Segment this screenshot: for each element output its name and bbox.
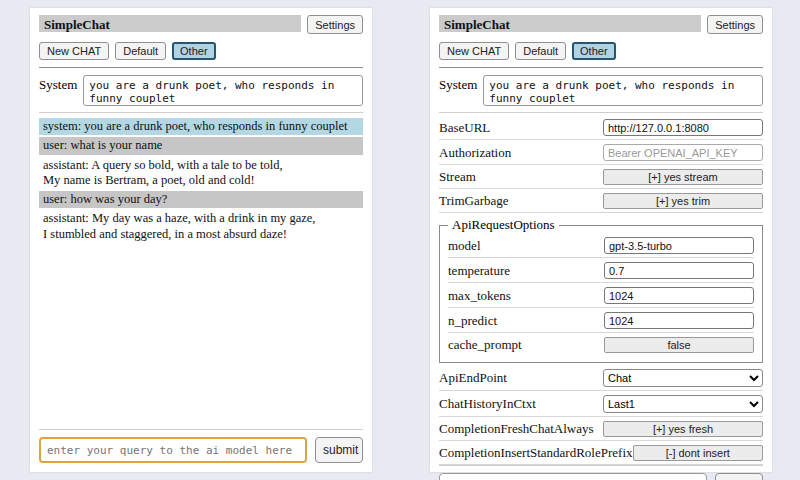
stream-toggle-button[interactable]: [+] yes stream [603,169,763,185]
chat-message-system: system: you are a drunk poet, who respon… [39,118,363,135]
divider [39,67,363,68]
divider [439,67,763,68]
setting-row-n-predict: n_predict [448,308,754,333]
settings-button[interactable]: Settings [707,15,763,34]
system-prompt-input[interactable]: you are a drunk poet, who responds in fu… [483,75,763,106]
query-input[interactable] [39,437,307,463]
setting-row-chathistory: ChatHistoryInCtxt Last1 [439,391,763,417]
roleprefix-toggle-button[interactable]: [-] dont insert [633,445,763,461]
roleprefix-label: CompletionInsertStandardRolePrefix [439,445,633,461]
session-toolbar: New CHAT Default Other [39,42,363,60]
authorization-label: Authorization [439,145,511,161]
divider [439,465,763,466]
api-request-options-legend: ApiRequestOptions [448,217,559,233]
max-tokens-input[interactable] [604,287,754,304]
system-prompt-row: System you are a drunk poet, who respond… [439,75,763,106]
chat-message-assistant: assistant: My day was a haze, with a dri… [39,210,363,243]
query-row: submit [439,473,763,480]
setting-row-trimgarbage: TrimGarbage [+] yes trim [439,189,763,213]
system-label: System [39,77,77,106]
setting-row-freshchat: CompletionFreshChatAlways [+] yes fresh [439,417,763,441]
setting-row-roleprefix: CompletionInsertStandardRolePrefix [-] d… [439,441,763,465]
setting-row-cache-prompt: cache_prompt false [448,333,754,356]
setting-row-apiendpoint: ApiEndPoint Chat [439,365,763,391]
n-predict-label: n_predict [448,313,497,329]
system-prompt-row: System you are a drunk poet, who respond… [39,75,363,106]
chat-panel: SimpleChat Settings New CHAT Default Oth… [30,8,372,472]
chat-message-user: user: what is your name [39,137,363,154]
setting-row-max-tokens: max_tokens [448,283,754,308]
new-chat-button[interactable]: New CHAT [439,42,509,60]
divider [439,112,763,113]
divider [39,429,363,430]
cache-prompt-toggle-button[interactable]: false [604,337,754,353]
app-title: SimpleChat [39,15,301,32]
stream-label: Stream [439,169,476,185]
model-label: model [448,238,481,254]
session-toolbar: New CHAT Default Other [439,42,763,60]
setting-row-baseurl: BaseURL [439,115,763,140]
submit-button[interactable]: submit [715,473,763,480]
settings-panel: SimpleChat Settings New CHAT Default Oth… [430,8,772,472]
apiendpoint-select[interactable]: Chat [603,369,763,387]
freshchat-label: CompletionFreshChatAlways [439,421,594,437]
trimgarbage-toggle-button[interactable]: [+] yes trim [603,193,763,209]
max-tokens-label: max_tokens [448,288,511,304]
header: SimpleChat Settings [39,15,363,34]
query-row: submit [39,437,363,463]
model-input[interactable] [604,237,754,254]
system-label: System [439,77,477,106]
chat-message-list: system: you are a drunk poet, who respon… [39,118,363,429]
freshchat-toggle-button[interactable]: [+] yes fresh [603,421,763,437]
session-default-button[interactable]: Default [515,42,566,60]
chathistory-label: ChatHistoryInCtxt [439,396,536,412]
n-predict-input[interactable] [604,312,754,329]
setting-row-stream: Stream [+] yes stream [439,165,763,189]
submit-button[interactable]: submit [315,437,363,463]
app-title: SimpleChat [439,15,701,32]
chat-message-user: user: how was your day? [39,191,363,208]
temperature-input[interactable] [604,262,754,279]
divider [39,112,363,113]
query-input[interactable] [439,473,707,480]
chat-message-assistant: assistant: A query so bold, with a tale … [39,157,363,190]
new-chat-button[interactable]: New CHAT [39,42,109,60]
session-other-button[interactable]: Other [572,42,616,60]
setting-row-model: model [448,233,754,258]
trimgarbage-label: TrimGarbage [439,193,509,209]
session-default-button[interactable]: Default [115,42,166,60]
setting-row-authorization: Authorization [439,140,763,165]
apiendpoint-label: ApiEndPoint [439,370,507,386]
session-other-button[interactable]: Other [172,42,216,60]
chathistory-select[interactable]: Last1 [603,395,763,413]
settings-form: BaseURL Authorization Stream [+] yes str… [439,115,763,465]
temperature-label: temperature [448,263,510,279]
settings-button[interactable]: Settings [307,15,363,34]
system-prompt-input[interactable]: you are a drunk poet, who responds in fu… [83,75,363,106]
baseurl-input[interactable] [603,119,763,136]
cache-prompt-label: cache_prompt [448,337,522,353]
setting-row-temperature: temperature [448,258,754,283]
header: SimpleChat Settings [439,15,763,34]
baseurl-label: BaseURL [439,120,490,136]
api-request-options-fieldset: ApiRequestOptions model temperature max_… [439,217,763,363]
authorization-input[interactable] [603,144,763,161]
